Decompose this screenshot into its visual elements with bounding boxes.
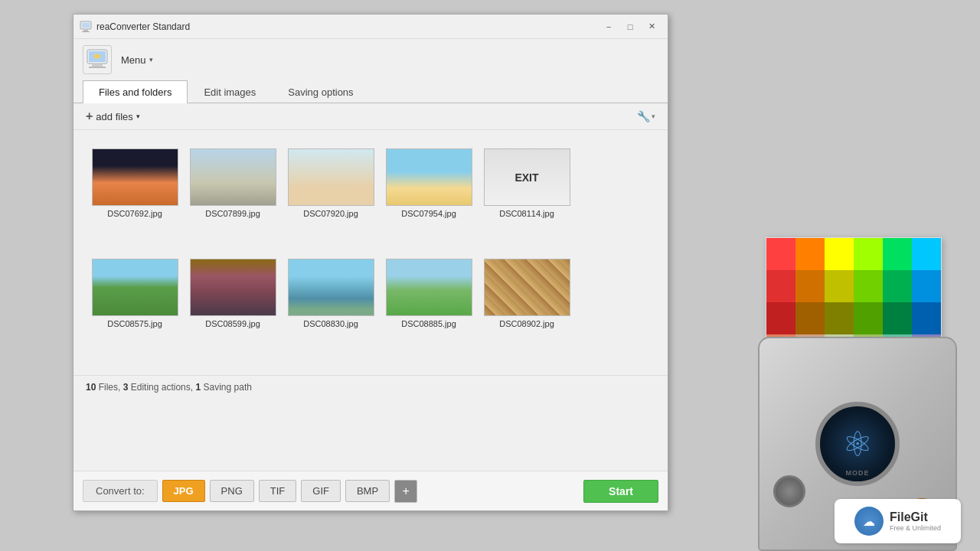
- file-thumbnail: [92, 148, 178, 206]
- file-name: DSC07954.jpg: [401, 209, 456, 218]
- tab-edit[interactable]: Edit images: [188, 80, 272, 103]
- atom-icon: ⚛: [842, 424, 873, 465]
- toolbar: Menu ▾: [74, 39, 668, 80]
- file-thumbnail: [484, 148, 570, 206]
- editing-label: Editing actions,: [131, 382, 193, 393]
- titlebar: reaConverter Standard − □ ✕: [74, 15, 668, 39]
- file-name: DSC07899.jpg: [205, 209, 260, 218]
- color-cell: [912, 270, 941, 302]
- file-name: DSC08885.jpg: [401, 319, 456, 328]
- bottom-bar: Convert to: JPG PNG TIF GIF BMP + Start: [74, 471, 668, 510]
- color-cell: [854, 270, 883, 302]
- titlebar-left: reaConverter Standard: [80, 21, 190, 33]
- file-thumbnail: [386, 148, 472, 206]
- color-cell: [854, 302, 883, 334]
- color-cell: [795, 238, 825, 270]
- format-gif-button[interactable]: GIF: [301, 480, 341, 502]
- color-cell: [795, 270, 825, 302]
- file-name: DSC07692.jpg: [107, 209, 162, 218]
- color-cell: [766, 302, 795, 334]
- color-cell: [854, 238, 883, 270]
- list-item[interactable]: DSC08114.jpg: [481, 148, 573, 246]
- color-cell: [883, 238, 912, 270]
- svg-rect-8: [94, 54, 100, 58]
- files-count: 10: [86, 382, 96, 393]
- list-item[interactable]: DSC07920.jpg: [285, 148, 377, 246]
- color-cell: [912, 238, 941, 270]
- list-item[interactable]: DSC08599.jpg: [187, 259, 279, 357]
- file-thumbnail: [190, 259, 276, 316]
- saving-count: 1: [195, 382, 201, 393]
- tools-arrow-icon: ▾: [652, 112, 655, 120]
- list-item[interactable]: DSC07899.jpg: [187, 148, 279, 246]
- list-item[interactable]: DSC08885.jpg: [383, 259, 475, 357]
- color-cell: [766, 238, 795, 270]
- list-item[interactable]: DSC08902.jpg: [481, 259, 573, 357]
- format-tif-button[interactable]: TIF: [259, 480, 297, 502]
- color-cell: [912, 302, 941, 334]
- color-cell: [825, 238, 854, 270]
- filegit-text: FileGit Free & Unlimited: [890, 510, 941, 532]
- file-name: DSC07920.jpg: [303, 209, 358, 218]
- tab-saving[interactable]: Saving options: [272, 80, 369, 103]
- format-png-button[interactable]: PNG: [210, 480, 254, 502]
- status-bar: 10 Files, 3 Editing actions, 1 Saving pa…: [74, 375, 668, 399]
- saving-label: Saving path: [204, 382, 252, 393]
- list-item[interactable]: DSC07954.jpg: [383, 148, 475, 246]
- file-name: DSC08902.jpg: [499, 319, 554, 328]
- minimize-button[interactable]: −: [599, 18, 619, 35]
- add-files-button[interactable]: + add files ▾: [86, 109, 140, 123]
- filegit-cloud-icon: ☁: [854, 507, 884, 536]
- tools-button[interactable]: 🔧 ▾: [637, 110, 655, 122]
- file-name: DSC08575.jpg: [107, 319, 162, 328]
- svg-rect-6: [92, 64, 103, 67]
- editing-count: 3: [123, 382, 129, 393]
- main-window: reaConverter Standard − □ ✕ Menu ▾ Files…: [73, 14, 668, 511]
- color-cell: [825, 270, 854, 302]
- color-cell: [795, 302, 825, 334]
- file-thumbnail: [288, 148, 374, 206]
- file-name: DSC08114.jpg: [499, 209, 554, 218]
- filegit-subtitle: Free & Unlimited: [890, 524, 941, 532]
- color-cell: [825, 302, 854, 334]
- add-format-button[interactable]: +: [394, 480, 417, 503]
- add-arrow-icon: ▾: [136, 112, 140, 120]
- maximize-button[interactable]: □: [620, 18, 640, 35]
- app-logo-icon: [83, 45, 112, 74]
- color-cell: [883, 270, 912, 302]
- file-thumbnail: [92, 259, 178, 316]
- filegit-logo: ☁ FileGit Free & Unlimited: [835, 499, 961, 543]
- format-jpg-button[interactable]: JPG: [162, 480, 205, 502]
- file-name: DSC08830.jpg: [303, 319, 358, 328]
- format-bmp-button[interactable]: BMP: [345, 480, 390, 502]
- file-thumbnail: [386, 259, 472, 316]
- svg-rect-7: [89, 67, 106, 68]
- file-thumbnail: [190, 148, 276, 206]
- action-bar: + add files ▾ 🔧 ▾: [74, 103, 668, 130]
- tab-files[interactable]: Files and folders: [83, 80, 188, 103]
- add-icon: +: [86, 109, 93, 123]
- file-name: DSC08599.jpg: [205, 319, 260, 328]
- convert-label: Convert to:: [83, 480, 158, 502]
- app-icon: [80, 21, 92, 33]
- files-label: Files,: [99, 382, 121, 393]
- tabs-container: Files and folders Edit images Saving opt…: [74, 80, 668, 103]
- menu-label: Menu: [121, 54, 146, 66]
- file-grid: DSC07692.jpgDSC07899.jpgDSC07920.jpgDSC0…: [74, 130, 668, 375]
- left-knob: [773, 475, 805, 507]
- list-item[interactable]: DSC08830.jpg: [285, 259, 377, 357]
- menu-button[interactable]: Menu ▾: [118, 53, 156, 67]
- svg-rect-1: [82, 23, 90, 28]
- list-item[interactable]: DSC08575.jpg: [89, 259, 181, 357]
- list-item[interactable]: DSC07692.jpg: [89, 148, 181, 246]
- wrench-icon: 🔧: [637, 110, 650, 122]
- filegit-name: FileGit: [890, 510, 941, 524]
- mode-label: MODE: [846, 469, 870, 477]
- svg-rect-3: [82, 31, 90, 32]
- menu-arrow-icon: ▾: [149, 56, 153, 64]
- right-decoration: ⚛ MODE ☁ FileGit Free & Unlimited: [674, 0, 980, 551]
- start-button[interactable]: Start: [583, 480, 658, 503]
- close-button[interactable]: ✕: [642, 18, 662, 35]
- file-thumbnail: [484, 259, 570, 316]
- color-cell: [883, 302, 912, 334]
